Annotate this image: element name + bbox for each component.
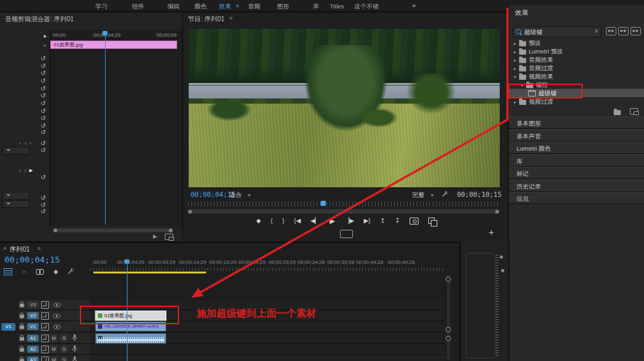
workspace-tab-audio[interactable]: 音频 — [248, 3, 260, 11]
timeline-vertical-scrollbar[interactable] — [447, 275, 450, 360]
lock-icon[interactable] — [19, 346, 24, 352]
add-marker-icon[interactable]: ◆ — [53, 268, 58, 275]
clip-video[interactable]: VID_20200508_084557.mp4[V] — [95, 322, 166, 331]
workspace-overflow-button[interactable]: » — [412, 2, 416, 9]
clip-audio[interactable] — [95, 333, 166, 344]
scrollbar-handle[interactable] — [188, 210, 192, 214]
mark-out-button[interactable]: } — [282, 217, 284, 225]
play-button[interactable]: ▶ — [330, 217, 335, 225]
collapse-arrow-icon[interactable]: ▴ — [44, 42, 46, 47]
effects-search-field[interactable]: 超级键 × — [513, 26, 601, 37]
snap-toggle-icon[interactable]: ∩ — [22, 268, 26, 275]
eye-icon[interactable] — [53, 324, 61, 331]
panel-menu-icon[interactable]: ≡ — [37, 245, 41, 252]
expand-arrow-icon[interactable]: ▶ — [44, 33, 47, 38]
prev-icon[interactable]: ‹ — [19, 140, 21, 146]
workspace-tab-learning[interactable]: 学习 — [95, 3, 108, 11]
program-horizontal-scrollbar[interactable] — [188, 209, 499, 214]
undo-automation-icon[interactable]: ↺ — [39, 147, 48, 154]
program-panel-title[interactable]: 节目: 序列01 — [188, 15, 225, 24]
sync-lock-icon[interactable] — [41, 301, 49, 309]
lock-icon[interactable] — [19, 356, 24, 361]
go-to-in-button[interactable]: {◀ — [294, 217, 301, 225]
panel-tab-info[interactable]: 信息 — [509, 192, 644, 204]
panel-tab-lumetri-color[interactable]: Lumetri 颜色 — [509, 142, 644, 154]
mute-button[interactable]: M — [50, 335, 57, 342]
workspace-tab-editing[interactable]: 编辑 — [167, 3, 180, 11]
search-query-text[interactable]: 超级键 — [524, 28, 543, 37]
undo-automation-icon[interactable]: ↺ — [39, 85, 48, 92]
mixer-clip-pink[interactable]: 01效果图.jpg — [50, 41, 177, 49]
clear-search-icon[interactable]: × — [594, 28, 598, 35]
solo-button[interactable]: S — [61, 335, 68, 342]
voiceover-mic-icon[interactable] — [72, 345, 77, 354]
work-area-bar[interactable] — [93, 272, 206, 273]
tree-item-lumetri-presets[interactable]: ▸Lumetri 预设 — [509, 47, 644, 55]
track-lane-a2[interactable] — [90, 344, 444, 355]
lock-icon[interactable] — [19, 301, 24, 308]
step-back-button[interactable]: ◀▏ — [310, 217, 320, 225]
scrollbar-handle[interactable] — [446, 277, 451, 282]
extract-button[interactable]: ↧ — [395, 217, 400, 225]
undo-automation-icon[interactable]: ↺ — [39, 100, 48, 107]
undo-automation-icon[interactable]: ↺ — [39, 208, 48, 215]
eye-icon[interactable] — [53, 302, 61, 309]
clip-effect-image[interactable]: 01效果图.jpg — [95, 311, 166, 320]
zoom-level-dropdown[interactable]: 适合▾ — [229, 191, 251, 199]
stop-icon[interactable]: ○ — [24, 140, 27, 146]
timeline-ruler[interactable]: ;00;00 00;00;04;29 00;00;09;29 00;00;14;… — [90, 258, 446, 271]
sync-lock-icon[interactable] — [41, 312, 49, 320]
voiceover-mic-icon[interactable] — [72, 334, 77, 343]
workspace-tab-libraries[interactable]: 库 — [313, 3, 319, 11]
track-lane-a3[interactable] — [90, 355, 444, 361]
mixer-playhead-handle[interactable] — [102, 31, 108, 35]
tree-item-video-transitions[interactable]: ▸视频过渡 — [509, 97, 644, 106]
panel-tab-essential-graphics[interactable]: 基本图形 — [509, 116, 644, 129]
scrollbar-handle[interactable] — [495, 210, 499, 214]
comparison-view-button[interactable] — [428, 218, 435, 224]
sync-lock-icon[interactable] — [41, 323, 49, 331]
play-around-icon[interactable]: ▶ — [153, 234, 157, 240]
solo-button[interactable]: S — [61, 346, 68, 353]
timeline-timecode[interactable]: 00;00;04;15 — [5, 255, 60, 264]
workspace-tab-graphics[interactable]: 图形 — [277, 3, 289, 11]
track-badge[interactable]: V3 — [27, 301, 39, 308]
twirl-icon[interactable]: ▸ — [514, 98, 519, 106]
scrollbar-handle[interactable] — [446, 327, 451, 332]
panel-menu-icon[interactable]: ≡ — [229, 15, 232, 21]
nest-toggle-icon[interactable] — [4, 268, 12, 275]
mute-button[interactable]: M — [50, 356, 57, 361]
workspace-tab-effects[interactable]: 效果 — [219, 3, 231, 11]
voiceover-mic-icon[interactable] — [72, 356, 77, 361]
button-editor-plus[interactable]: + — [489, 227, 494, 237]
mute-button[interactable]: M — [50, 346, 57, 353]
automation-mode-dropdown[interactable] — [3, 192, 30, 199]
mixer-horizontal-scrollbar[interactable] — [53, 228, 173, 232]
lock-icon[interactable] — [19, 335, 24, 341]
tree-item-ultra-key-selected[interactable]: 超级键 — [509, 89, 644, 97]
automation-mode-dropdown[interactable] — [3, 200, 30, 208]
undo-automation-icon[interactable]: ↺ — [39, 174, 48, 181]
workspace-menu-icon[interactable]: ≡ — [236, 3, 239, 9]
track-lane-v3[interactable] — [90, 300, 444, 310]
play-icon[interactable]: ▶ — [30, 168, 33, 174]
close-icon[interactable]: × — [3, 245, 6, 252]
program-mini-ruler[interactable] — [188, 201, 499, 207]
timeline-playhead[interactable] — [127, 259, 128, 361]
tree-item-keying[interactable]: ▾键控 — [509, 80, 644, 89]
scrollbar-handle[interactable] — [446, 336, 451, 341]
track-badge[interactable]: V2 — [27, 312, 39, 319]
mixer-playhead[interactable] — [105, 32, 106, 225]
mixer-timeline-area[interactable] — [50, 30, 182, 226]
eye-icon[interactable] — [53, 313, 61, 320]
scrollbar-handle[interactable] — [169, 228, 173, 232]
step-forward-button[interactable]: ▕▶ — [345, 217, 354, 225]
safe-margins-button[interactable] — [340, 230, 353, 238]
track-badge[interactable]: A1 — [27, 335, 39, 342]
undo-automation-icon[interactable]: ↺ — [39, 92, 48, 99]
undo-automation-icon[interactable]: ↺ — [39, 194, 48, 201]
add-marker-button[interactable]: ◆ — [256, 217, 261, 225]
new-custom-bin-icon[interactable] — [614, 110, 621, 115]
playback-resolution-dropdown[interactable]: 完整▾ — [412, 191, 433, 199]
program-playhead-marker[interactable] — [321, 201, 326, 206]
